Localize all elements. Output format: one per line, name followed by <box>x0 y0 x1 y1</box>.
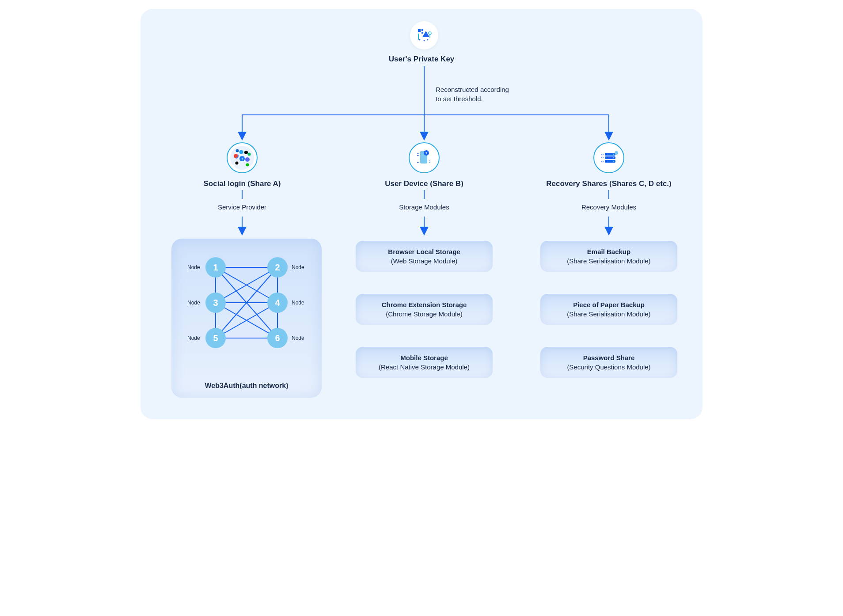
svg-point-27 <box>239 150 243 154</box>
module-paper-backup: Piece of Paper Backup (Share Serialisati… <box>540 294 677 325</box>
svg-point-26 <box>245 157 250 162</box>
node-label: Node <box>187 335 200 341</box>
svg-point-37 <box>418 153 419 154</box>
network-node-6: 6 <box>267 328 288 348</box>
svg-point-54 <box>603 157 604 158</box>
svg-point-28 <box>244 151 248 154</box>
svg-point-8 <box>427 39 429 41</box>
module-line2: (Share Serialisation Module) <box>545 310 673 318</box>
svg-rect-6 <box>418 34 419 40</box>
node-label: Node <box>292 335 304 341</box>
svg-point-55 <box>601 161 602 162</box>
node-label: Node <box>187 300 200 306</box>
svg-rect-1 <box>422 29 423 31</box>
module-line1: Piece of Paper Backup <box>545 301 673 308</box>
recovery-shares-icon <box>593 142 624 173</box>
svg-point-52 <box>603 154 604 155</box>
svg-point-47 <box>613 154 614 155</box>
svg-point-53 <box>601 157 602 158</box>
svg-point-42 <box>429 160 430 161</box>
node-label: Node <box>292 264 304 270</box>
svg-point-50 <box>615 151 618 155</box>
module-browser-local-storage: Browser Local Storage (Web Storage Modul… <box>356 241 493 272</box>
user-device-icon: T <box>409 142 440 173</box>
network-node-5: 5 <box>205 328 226 348</box>
module-line2: (Security Questions Module) <box>545 363 673 371</box>
svg-point-49 <box>613 161 614 162</box>
threshold-annotation: Reconstructed according to set threshold… <box>436 85 509 103</box>
diagram-canvas: User's Private Key Reconstructed accordi… <box>140 9 702 419</box>
svg-rect-0 <box>418 29 421 32</box>
svg-point-40 <box>417 162 418 163</box>
svg-point-31 <box>235 162 239 165</box>
svg-point-7 <box>419 39 421 41</box>
top-title: User's Private Key <box>140 55 702 64</box>
module-line2: (Chrome Storage Module) <box>360 310 488 318</box>
module-mobile-storage: Mobile Storage (React Native Storage Mod… <box>356 347 493 378</box>
svg-rect-2 <box>422 32 423 34</box>
annotation-line1: Reconstructed according <box>436 85 509 94</box>
svg-marker-3 <box>422 31 429 37</box>
branch-a-sub: Service Provider <box>202 203 282 211</box>
network-title: Web3Auth(auth network) <box>171 382 322 390</box>
svg-point-38 <box>417 155 418 156</box>
svg-point-29 <box>236 149 239 152</box>
module-line2: (React Native Storage Module) <box>360 363 488 371</box>
module-line1: Browser Local Storage <box>360 248 488 255</box>
module-line1: Email Backup <box>545 248 673 255</box>
svg-point-41 <box>418 162 419 163</box>
svg-point-56 <box>603 161 604 162</box>
private-key-icon <box>410 21 438 49</box>
module-chrome-extension-storage: Chrome Extension Storage (Chrome Storage… <box>356 294 493 325</box>
annotation-line2: to set threshold. <box>436 94 509 103</box>
social-login-icon: f <box>227 142 258 173</box>
network-node-2: 2 <box>267 257 288 278</box>
branch-b-sub: Storage Modules <box>388 203 460 211</box>
network-graph-lines <box>171 239 322 398</box>
branch-c-title: Recovery Shares (Shares C, D etc.) <box>543 179 675 188</box>
network-node-3: 3 <box>205 293 226 313</box>
module-line1: Password Share <box>545 354 673 361</box>
module-line1: Mobile Storage <box>360 354 488 361</box>
branch-b-title: User Device (Share B) <box>375 179 474 188</box>
svg-point-51 <box>601 154 602 155</box>
module-line2: (Share Serialisation Module) <box>545 257 673 265</box>
svg-text:f: f <box>242 157 243 161</box>
module-password-share: Password Share (Security Questions Modul… <box>540 347 677 378</box>
svg-point-30 <box>248 153 251 156</box>
auth-network-box: 1 2 3 4 5 6 Node Node Node Node Node Nod… <box>171 239 322 398</box>
module-email-backup: Email Backup (Share Serialisation Module… <box>540 241 677 272</box>
network-node-4: 4 <box>267 293 288 313</box>
svg-point-32 <box>246 164 249 167</box>
svg-point-9 <box>424 40 425 42</box>
node-label: Node <box>187 264 200 270</box>
node-label: Node <box>292 300 304 306</box>
module-line2: (Web Storage Module) <box>360 257 488 265</box>
svg-text:T: T <box>425 152 428 155</box>
svg-point-39 <box>418 155 419 156</box>
svg-point-36 <box>417 153 418 154</box>
network-node-1: 1 <box>205 257 226 278</box>
branch-a-title: Social login (Share A) <box>194 179 291 188</box>
branch-c-sub: Recovery Modules <box>569 203 649 211</box>
svg-point-48 <box>613 157 614 158</box>
svg-point-43 <box>429 162 430 163</box>
module-line1: Chrome Extension Storage <box>360 301 488 308</box>
svg-point-4 <box>429 32 431 34</box>
